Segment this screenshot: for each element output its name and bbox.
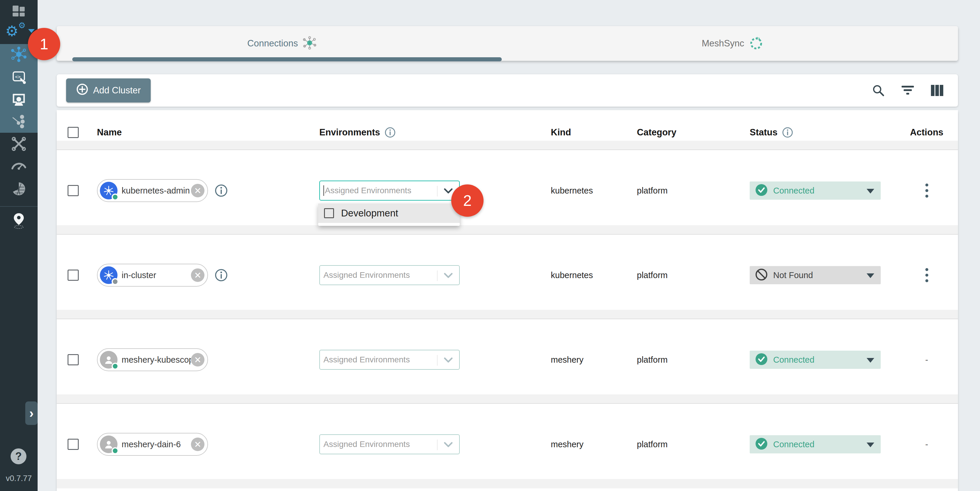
dropdown-item-label: Development [341, 208, 398, 219]
chevron-down-icon[interactable] [443, 187, 453, 196]
status-chip[interactable]: Connected [750, 181, 881, 200]
status-label: Not Found [773, 270, 813, 280]
version-label: v0.7.77 [0, 474, 38, 483]
branch-nodes-icon [11, 113, 27, 130]
info-icon[interactable] [215, 184, 228, 197]
info-icon[interactable] [384, 127, 396, 138]
kind-value: meshery [551, 440, 584, 449]
table-row: kubernetes-admin… ✕ Assigned Environment… [57, 150, 958, 235]
close-icon[interactable]: ✕ [191, 269, 204, 282]
info-icon[interactable] [782, 127, 794, 138]
chevron-down-icon[interactable] [443, 272, 453, 280]
mesh-pie-icon [11, 181, 26, 198]
mesh-icon [302, 36, 317, 51]
status-chip[interactable]: Not Found [750, 266, 881, 284]
kubernetes-avatar [100, 266, 118, 284]
chevron-down-icon[interactable] [443, 441, 453, 450]
environments-select[interactable]: Assigned Environments [319, 434, 460, 454]
sync-spinner-icon [749, 35, 764, 51]
environments-placeholder: Assigned Environments [323, 440, 410, 449]
row-actions-menu-icon[interactable] [923, 182, 931, 199]
table-row: meshery-kubescop… ✕ Assigned Environment… [57, 319, 958, 404]
filter-icon[interactable] [901, 84, 915, 96]
category-value: platform [637, 355, 668, 365]
actions-empty: - [925, 439, 928, 449]
environments-placeholder: Assigned Environments [323, 270, 410, 280]
environments-select[interactable]: Assigned Environments 2 [319, 181, 460, 200]
view-columns-icon[interactable] [931, 84, 944, 97]
dropdown-item-development[interactable]: Development [318, 203, 460, 223]
search-icon[interactable] [872, 84, 885, 97]
connections-mesh-icon [11, 46, 27, 64]
screen-user-icon [11, 91, 27, 109]
connection-chip[interactable]: meshery-kubescop… ✕ [97, 348, 208, 371]
sidebar-expand-button[interactable]: › [25, 402, 38, 425]
connection-status-dot [111, 363, 119, 370]
caret-down-icon [867, 189, 874, 194]
user-avatar [100, 435, 118, 453]
category-value: platform [637, 440, 668, 449]
row-actions-menu-icon[interactable] [923, 266, 931, 284]
environments-dropdown: Development [318, 203, 460, 226]
expand-chevron-icon: › [29, 406, 34, 421]
sidebar-item-extensions[interactable] [0, 175, 38, 203]
connection-status-dot [111, 194, 119, 200]
column-header-category: Category [637, 127, 676, 138]
gears-icon: ⚙ ⚙ [5, 22, 32, 40]
column-header-status: Status [750, 127, 778, 138]
plus-circle-icon [76, 83, 88, 98]
environments-select[interactable]: Assigned Environments [319, 350, 460, 370]
row-checkbox[interactable] [68, 270, 79, 281]
kind-value: meshery [551, 355, 584, 365]
add-cluster-button[interactable]: Add Cluster [66, 78, 151, 102]
category-value: platform [637, 186, 668, 195]
status-chip[interactable]: Connected [750, 351, 881, 369]
check-circle-icon [755, 353, 768, 367]
status-chip[interactable]: Connected [750, 435, 881, 453]
row-checkbox[interactable] [68, 439, 79, 450]
kind-value: kubernetes [551, 186, 593, 195]
dropdown-item-checkbox[interactable] [324, 208, 334, 218]
column-header-kind: Kind [551, 127, 571, 138]
connection-name: kubernetes-admin… [122, 186, 191, 195]
sidebar-item-location[interactable] [0, 207, 38, 235]
close-icon[interactable]: ✕ [191, 353, 204, 367]
tab-connections[interactable]: Connections [57, 26, 508, 61]
connection-chip[interactable]: kubernetes-admin… ✕ [97, 179, 208, 202]
add-cluster-label: Add Cluster [93, 85, 141, 96]
column-header-name: Name [97, 127, 122, 138]
tabs-bar: Connections MeshSync [57, 26, 958, 61]
table-row: meshery-dain-6 ✕ Assigned Environments m… [57, 404, 958, 488]
svg-text:<>: <> [15, 74, 21, 79]
help-button[interactable]: ? [11, 448, 26, 464]
connection-name: meshery-kubescop… [122, 355, 191, 365]
connection-chip[interactable]: in-cluster ✕ [97, 264, 208, 287]
environments-placeholder: Assigned Environments [323, 355, 410, 364]
status-label: Connected [773, 355, 814, 365]
connection-chip[interactable]: meshery-dain-6 ✕ [97, 433, 208, 456]
column-header-actions: Actions [910, 127, 943, 138]
question-mark-icon: ? [15, 450, 22, 462]
caret-down-icon [867, 358, 874, 363]
row-checkbox[interactable] [68, 354, 79, 365]
chevron-down-icon[interactable] [443, 356, 453, 365]
select-all-checkbox[interactable] [68, 127, 79, 138]
info-icon[interactable] [215, 269, 228, 282]
environments-placeholder: Assigned Environments [325, 186, 411, 195]
kind-value: kubernetes [551, 270, 593, 280]
connection-status-dot [111, 447, 119, 454]
tab-meshsync[interactable]: MeshSync [508, 26, 958, 61]
connection-name: meshery-dain-6 [122, 440, 191, 449]
column-header-environments: Environments [319, 127, 380, 138]
tab-connections-label: Connections [247, 38, 298, 49]
row-checkbox[interactable] [68, 185, 79, 196]
sidebar-item-performance[interactable] [0, 151, 38, 179]
gauge-icon [11, 159, 27, 172]
status-label: Connected [773, 440, 814, 449]
user-avatar [100, 351, 118, 369]
environments-select[interactable]: Assigned Environments [319, 265, 460, 285]
close-icon[interactable]: ✕ [191, 437, 204, 451]
connection-name: in-cluster [122, 270, 191, 280]
text-cursor [323, 185, 324, 196]
close-icon[interactable]: ✕ [191, 184, 204, 197]
